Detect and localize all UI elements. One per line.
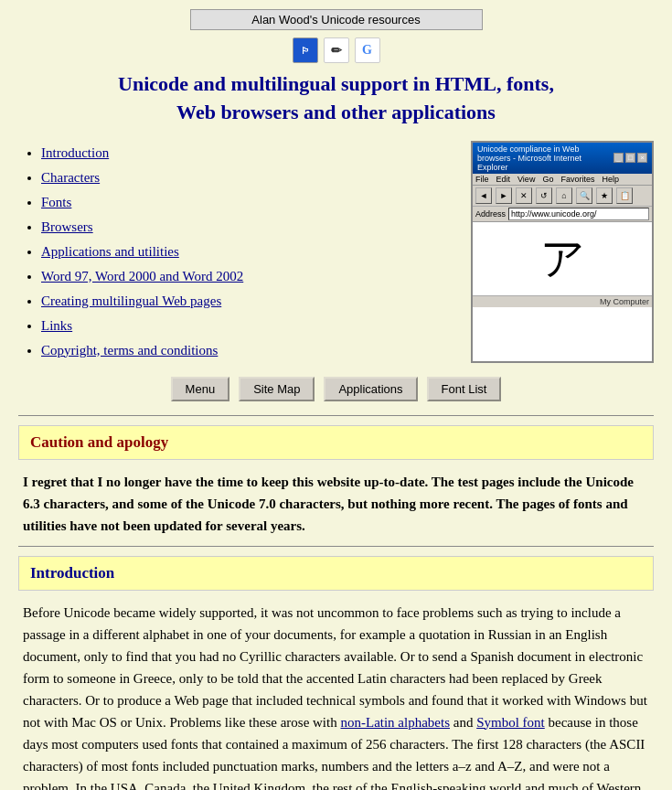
list-item: Links <box>41 314 453 338</box>
sitemap-button[interactable]: Site Map <box>239 377 315 401</box>
caution-heading: Caution and apology <box>30 433 642 452</box>
menu-help[interactable]: Help <box>602 175 619 184</box>
list-item: Fonts <box>41 190 453 215</box>
back-button[interactable]: ◄ <box>475 187 492 204</box>
title-bar: Alan Wood's Unicode resources <box>190 9 483 30</box>
address-label: Address <box>475 209 506 219</box>
non-latin-link[interactable]: non-Latin alphabets <box>340 715 450 730</box>
status-text: My Computer <box>600 297 649 306</box>
browser-content: ア <box>473 222 652 295</box>
symbol-font-link[interactable]: Symbol font <box>476 715 545 730</box>
nav-list: Introduction Characters Fonts Browsers A… <box>18 141 453 363</box>
home-button[interactable]: ⌂ <box>556 187 572 204</box>
intro-text-2: and <box>450 715 476 730</box>
menu-edit[interactable]: Edit <box>496 175 511 184</box>
browser-titlebar: Unicode compliance in Web browsers - Mic… <box>473 143 652 174</box>
list-item: Characters <box>41 165 453 190</box>
menu-go[interactable]: Go <box>542 175 553 184</box>
browser-menubar: File Edit View Go Favorites Help <box>473 174 652 186</box>
menu-favorites[interactable]: Favorites <box>560 175 594 184</box>
close-button[interactable]: × <box>637 153 647 163</box>
search-button[interactable]: 🔍 <box>576 187 592 204</box>
main-title: Unicode and multilingual support in HTML… <box>18 70 654 127</box>
introduction-section-header: Introduction <box>18 556 654 591</box>
nav-link-introduction[interactable]: Introduction <box>41 145 109 160</box>
menu-view[interactable]: View <box>517 175 535 184</box>
nav-link-characters[interactable]: Characters <box>41 170 100 185</box>
content-area: Introduction Characters Fonts Browsers A… <box>18 141 654 363</box>
nav-link-fonts[interactable]: Fonts <box>41 195 71 209</box>
browser-controls: _ □ × <box>613 153 647 163</box>
browser-toolbar: ◄ ► ✕ ↺ ⌂ 🔍 ★ 📋 <box>473 186 652 207</box>
menu-file[interactable]: File <box>475 175 489 184</box>
applications-button[interactable]: Applications <box>324 377 417 401</box>
maximize-button[interactable]: □ <box>625 153 635 163</box>
refresh-button[interactable]: ↺ <box>536 187 552 204</box>
address-value: http://www.unicode.org/ <box>511 209 597 219</box>
nav-link-links[interactable]: Links <box>41 318 72 333</box>
nav-items: Introduction Characters Fonts Browsers A… <box>18 141 453 363</box>
intro-paragraph: Before Unicode became widely supported, … <box>23 602 649 790</box>
toolbar-icons: 🏳 ✏ G <box>18 37 654 63</box>
list-item: Creating multilingual Web pages <box>41 289 453 314</box>
browser-statusbar: My Computer <box>473 295 652 307</box>
list-item: Introduction <box>41 141 453 165</box>
main-title-line2: Web browsers and other applications <box>176 101 496 123</box>
introduction-heading: Introduction <box>30 564 642 582</box>
intro-text-1: Before Unicode became widely supported, … <box>23 605 647 730</box>
minimize-button[interactable]: _ <box>613 153 624 163</box>
stop-button[interactable]: ✕ <box>516 187 532 204</box>
list-item: Copyright, terms and conditions <box>41 338 453 363</box>
caution-text: I regret that I no longer have the time … <box>23 471 649 537</box>
browser-title: Unicode compliance in Web browsers - Mic… <box>477 144 613 172</box>
forward-button[interactable]: ► <box>496 187 512 204</box>
fontlist-button[interactable]: Font List <box>427 377 502 401</box>
caution-section-header: Caution and apology <box>18 425 654 460</box>
edit-icon[interactable]: ✏ <box>324 37 349 63</box>
favorites-button[interactable]: ★ <box>596 187 613 204</box>
main-title-line1: Unicode and multilingual support in HTML… <box>118 72 554 95</box>
list-item: Browsers <box>41 215 453 240</box>
browser-screenshot: Unicode compliance in Web browsers - Mic… <box>471 141 654 363</box>
title-bar-text: Alan Wood's Unicode resources <box>251 13 420 27</box>
divider-1 <box>18 415 654 416</box>
nav-link-copyright[interactable]: Copyright, terms and conditions <box>41 343 218 358</box>
nav-link-word[interactable]: Word 97, Word 2000 and Word 2002 <box>41 269 243 283</box>
nav-link-multilingual[interactable]: Creating multilingual Web pages <box>41 294 221 308</box>
flag-icon[interactable]: 🏳 <box>293 37 318 63</box>
nav-link-applications[interactable]: Applications and utilities <box>41 244 179 259</box>
button-bar: Menu Site Map Applications Font List <box>18 377 654 401</box>
unicode-character: ア <box>540 230 585 288</box>
list-item: Word 97, Word 2000 and Word 2002 <box>41 264 453 289</box>
google-icon[interactable]: G <box>355 37 380 63</box>
nav-link-browsers[interactable]: Browsers <box>41 219 93 234</box>
divider-2 <box>18 546 654 547</box>
address-input[interactable]: http://www.unicode.org/ <box>508 208 649 220</box>
history-button[interactable]: 📋 <box>616 187 633 204</box>
list-item: Applications and utilities <box>41 240 453 264</box>
browser-addressbar: Address http://www.unicode.org/ <box>473 207 652 222</box>
menu-button[interactable]: Menu <box>171 377 230 401</box>
